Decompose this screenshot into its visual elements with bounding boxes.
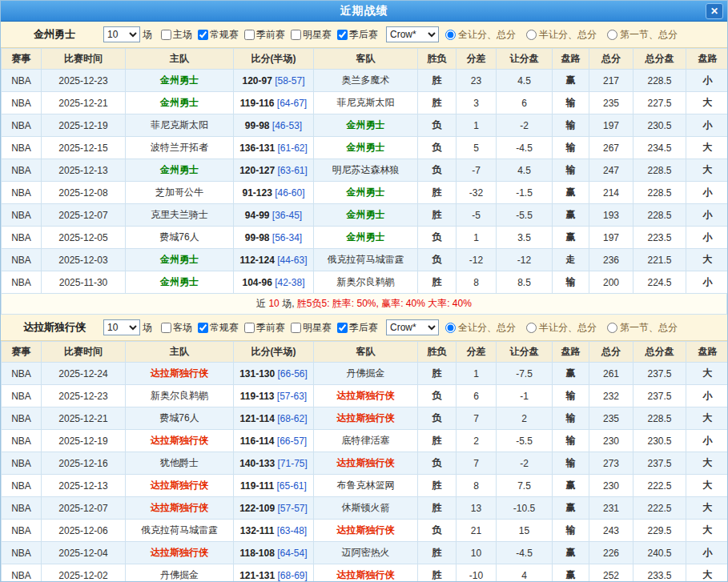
cell-total-line: 230.5	[633, 114, 686, 137]
games-suffix-label: 场	[143, 28, 152, 42]
filter-bar: 金州勇士 10 场 主场 常规赛 季前赛 明星赛 季后赛 Crow* 全让分、总…	[1, 22, 727, 48]
cell-ou-result: 小	[686, 271, 728, 294]
cell-ou-result: 小	[686, 430, 728, 452]
cell-date: 2025-12-19	[42, 114, 126, 137]
checkbox-input[interactable]	[291, 323, 301, 333]
cell-away-team: 达拉斯独行侠	[314, 452, 418, 475]
table-row: NBA 2025-12-02 丹佛掘金 121-131 [68-69] 达拉斯独…	[2, 564, 728, 582]
crown-select[interactable]: Crow*	[386, 319, 439, 335]
filter-radio[interactable]: 全让分、总分	[445, 28, 516, 42]
cell-home-team: 费城76人	[126, 407, 234, 430]
cell-ou-result: 小	[686, 385, 728, 407]
cell-date: 2025-12-08	[42, 182, 126, 204]
cell-date: 2025-12-21	[42, 92, 126, 114]
cell-result: 负	[418, 159, 457, 182]
cell-away-team: 金州勇士	[314, 137, 418, 159]
cell-handicap-result: 输	[553, 271, 589, 294]
cell-diff: -7	[457, 159, 497, 182]
games-count-select[interactable]: 10	[103, 319, 140, 335]
cell-ou-result: 大	[686, 452, 728, 475]
games-count-select[interactable]: 10	[103, 26, 140, 42]
column-header: 分差	[457, 342, 497, 363]
cell-score: 112-124 [44-63]	[234, 249, 314, 271]
cell-score: 99-98 [56-34]	[234, 227, 314, 249]
cell-handicap: 3.5	[497, 227, 553, 249]
radio-input[interactable]	[526, 30, 537, 40]
cell-league: NBA	[2, 249, 42, 271]
filter-radio[interactable]: 半让分、总分	[526, 28, 597, 42]
summary-row: 近 10 场, 胜5负5: 胜率: 50%, 赢率: 40% 大率: 40%	[1, 294, 727, 315]
cell-handicap-result: 输	[553, 137, 589, 159]
table-row: NBA 2025-12-06 俄克拉荷马城雷霆 132-111 [63-48] …	[2, 520, 728, 542]
cell-date: 2025-12-23	[42, 70, 126, 92]
filter-checkbox[interactable]: 季后赛	[332, 28, 378, 42]
checkbox-input[interactable]	[337, 30, 348, 40]
filter-radio[interactable]: 第一节、总分	[607, 28, 678, 42]
cell-away-team: 金州勇士	[314, 227, 418, 249]
cell-total-line: 237.5	[633, 363, 686, 385]
crown-select[interactable]: Crow*	[386, 26, 439, 42]
radio-input[interactable]	[607, 30, 617, 40]
filter-checkbox[interactable]: 明星赛	[285, 321, 332, 335]
score-half: [57-57]	[278, 503, 308, 514]
checkbox-input[interactable]	[161, 30, 171, 40]
checkbox-input[interactable]	[198, 323, 208, 333]
checkbox-input[interactable]	[244, 30, 255, 40]
cell-handicap-result: 输	[553, 159, 589, 182]
radio-input[interactable]	[445, 323, 456, 333]
cell-total-line: 221.5	[633, 249, 686, 271]
table-row: NBA 2025-12-16 犹他爵士 140-133 [71-75] 达拉斯独…	[2, 452, 728, 475]
filter-radio[interactable]: 全让分、总分	[445, 321, 516, 335]
cell-date: 2025-12-23	[42, 385, 126, 407]
cell-ou-result: 大	[686, 137, 728, 159]
filter-checkbox[interactable]: 常规赛	[192, 28, 239, 42]
table-row: NBA 2025-12-15 波特兰开拓者 136-131 [61-62] 金州…	[2, 137, 728, 159]
score-half: [63-61]	[278, 165, 308, 176]
checkbox-input[interactable]	[291, 30, 301, 40]
close-button[interactable]: ✕	[706, 3, 723, 19]
score-half: [64-67]	[277, 98, 307, 109]
cell-diff: 3	[457, 92, 497, 114]
checkbox-label: 常规赛	[210, 28, 239, 42]
cell-total: 197	[589, 114, 633, 137]
cell-result: 胜	[418, 92, 457, 114]
radio-input[interactable]	[445, 30, 456, 40]
cell-league: NBA	[2, 92, 42, 114]
filter-radio[interactable]: 第一节、总分	[607, 321, 678, 335]
cell-date: 2025-12-19	[42, 430, 126, 452]
score-main: 118-108	[239, 548, 274, 559]
filter-checkbox[interactable]: 客场	[155, 321, 192, 335]
filter-checkbox[interactable]: 明星赛	[285, 28, 332, 42]
radio-input[interactable]	[526, 323, 537, 333]
filter-checkbox[interactable]: 季前赛	[239, 28, 285, 42]
filter-radios: 全让分、总分 半让分、总分 第一节、总分	[445, 321, 678, 335]
cell-handicap: -5.5	[497, 204, 553, 227]
cell-ou-result: 大	[686, 564, 728, 582]
checkbox-input[interactable]	[337, 323, 348, 333]
score-half: [68-69]	[278, 570, 308, 581]
table-row: NBA 2025-12-08 芝加哥公牛 91-123 [46-60] 金州勇士…	[2, 182, 728, 204]
cell-handicap-result: 输	[553, 407, 589, 430]
filter-checkbox[interactable]: 主场	[155, 28, 192, 42]
score-main: 104-96	[242, 277, 271, 288]
cell-home-team: 金州勇士	[126, 271, 234, 294]
cell-total-line: 234.5	[633, 137, 686, 159]
cell-handicap-result: 赢	[553, 475, 589, 497]
filter-checkbox[interactable]: 季前赛	[239, 321, 285, 335]
table-row: NBA 2025-12-23 金州勇士 120-97 [58-57] 奥兰多魔术…	[2, 70, 728, 92]
column-header: 比分(半场)	[234, 342, 314, 363]
checkbox-input[interactable]	[244, 323, 255, 333]
filter-radio[interactable]: 半让分、总分	[526, 321, 597, 335]
checkbox-input[interactable]	[198, 30, 208, 40]
filter-checkbox[interactable]: 季后赛	[332, 321, 378, 335]
cell-handicap: 4	[497, 564, 553, 582]
filter-checkbox[interactable]: 常规赛	[192, 321, 239, 335]
checkbox-input[interactable]	[161, 323, 171, 333]
checkbox-label: 明星赛	[303, 28, 332, 42]
cell-score: 120-97 [58-57]	[234, 70, 314, 92]
cell-diff: 1	[457, 114, 497, 137]
radio-input[interactable]	[607, 323, 617, 333]
cell-league: NBA	[2, 452, 42, 475]
cell-home-team: 犹他爵士	[126, 452, 234, 475]
cell-ou-result: 大	[686, 497, 728, 520]
